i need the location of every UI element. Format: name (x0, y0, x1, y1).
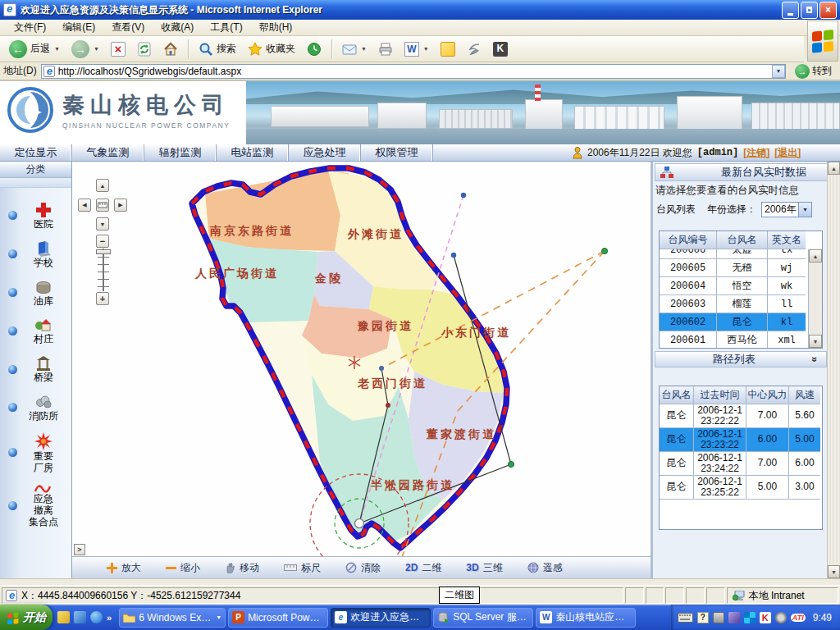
address-input[interactable] (58, 66, 769, 77)
tab-emergency-handle[interactable]: 应急处理 (289, 144, 361, 161)
sidebar-item-oil-depot[interactable]: 油库 (0, 278, 71, 308)
tool-3d[interactable]: 3D 三维 (466, 561, 502, 575)
scroll-up-button[interactable]: ▲ (828, 162, 840, 175)
edit-word-button[interactable]: W ▼ (400, 40, 433, 58)
discuss-button[interactable] (463, 40, 486, 58)
mail-button[interactable]: ▼ (338, 40, 371, 58)
print-button[interactable] (374, 40, 397, 58)
table-scrollbar[interactable]: ▲ ▼ (808, 249, 822, 348)
kaspersky-button[interactable]: K (489, 40, 512, 58)
history-button[interactable] (303, 40, 326, 58)
server-tray-icon[interactable] (713, 612, 724, 623)
tab-location-display[interactable]: 定位显示 (0, 144, 72, 161)
taskbar-button-sqlserver[interactable]: SQL Server 服务... (433, 608, 533, 628)
logout-link[interactable]: [注销] (743, 146, 769, 160)
tool-pan[interactable]: 移动 (225, 561, 259, 575)
sidebar-item-village[interactable]: 村庄 (0, 316, 71, 345)
table-row[interactable]: 200605无稽wj (660, 259, 806, 277)
tool-remote-sensing[interactable]: 遥感 (527, 561, 563, 575)
zoom-in-button[interactable]: + (96, 292, 109, 305)
taskbar-button-word[interactable]: W 秦山核电站应急... (536, 608, 636, 628)
maximize-button[interactable] (801, 2, 818, 19)
menu-view[interactable]: 查看(V) (104, 19, 152, 36)
tool-zoom-out[interactable]: 缩小 (166, 561, 200, 575)
pan-left-button[interactable]: ◀ (78, 199, 91, 212)
taskbar-button-powerpoint[interactable]: P Microsoft PowerP... (228, 608, 328, 628)
year-select[interactable]: 2006年 ▼ (761, 202, 812, 217)
exit-link[interactable]: [退出] (774, 146, 801, 160)
network-tray-icon[interactable] (728, 612, 740, 623)
scroll-up-button[interactable]: ▲ (809, 249, 822, 262)
map-mode-tab[interactable]: 二维图 (439, 587, 480, 604)
stop-button[interactable]: × (107, 40, 130, 58)
show-desktop-icon[interactable] (57, 611, 70, 623)
table-row[interactable]: 昆仑2006-12-1 23:22:227.005.60 (660, 404, 820, 428)
zoom-out-button[interactable]: − (96, 235, 109, 248)
zoom-slider-thumb[interactable] (96, 249, 111, 254)
tab-radiation-monitor[interactable]: 辐射监测 (144, 144, 217, 161)
menu-tools[interactable]: 工具(T) (203, 19, 249, 36)
taskbar-button-ie-active[interactable]: e 欢迎进入应急资... (331, 608, 431, 628)
favorites-button[interactable]: 收藏夹 (244, 40, 299, 58)
tool-2d[interactable]: 2D 二维 (405, 561, 441, 575)
close-button[interactable]: × (819, 2, 837, 19)
sidebar-item-bridge[interactable]: 桥梁 (0, 354, 71, 384)
sidebar-item-important-plant[interactable]: 重要 厂房 (0, 431, 71, 474)
ati-tray-icon[interactable]: ATI (791, 614, 806, 622)
search-button[interactable]: 搜索 (194, 40, 240, 58)
table-row[interactable]: 200603榴莲ll (660, 295, 806, 313)
ruler-mode-button[interactable] (96, 199, 109, 212)
help-tray-icon[interactable]: ? (697, 612, 709, 623)
refresh-button[interactable] (133, 40, 156, 58)
quick-launch-more-icon[interactable]: » (107, 613, 112, 623)
table-row[interactable]: 200601西马伦xml (660, 331, 806, 348)
kaspersky-tray-icon[interactable]: K (760, 612, 771, 623)
map-panel[interactable]: 南京东路街道 外滩街道 人民广场街道 金陵 豫园街道 小东门街道 老西门街道 董… (72, 162, 651, 578)
taskbar-button-explorer-group[interactable]: 6 Windows Expl... ▼ (119, 608, 226, 628)
table-row[interactable]: 昆仑2006-12-1 23:24:227.006.00 (660, 452, 820, 476)
table-row[interactable]: 200604悟空wk (660, 277, 806, 295)
tab-weather-monitor[interactable]: 气象监测 (72, 144, 144, 161)
scroll-down-button[interactable]: ▼ (828, 565, 840, 578)
back-button[interactable]: ← 后退 ▼ (5, 39, 64, 60)
tab-permission-manage[interactable]: 权限管理 (361, 144, 433, 161)
district-map[interactable] (72, 162, 651, 556)
tool-clear[interactable]: 清除 (345, 561, 381, 575)
menu-favorites[interactable]: 收藏(A) (153, 19, 201, 36)
panel-scrollbar[interactable]: ▲ ▼ (827, 162, 840, 578)
pan-up-button[interactable]: ▲ (96, 179, 109, 192)
address-dropdown-button[interactable]: ▼ (772, 65, 785, 78)
table-row[interactable]: 昆仑2006-12-1 23:25:225.003.00 (660, 476, 820, 500)
sidebar-item-hospital[interactable]: 医院 (0, 201, 71, 231)
zoom-slider[interactable] (100, 249, 107, 291)
tab-station-monitor[interactable]: 电站监测 (217, 144, 289, 161)
sidebar-item-assembly-point[interactable]: 应急 撤离 集合点 (0, 482, 71, 527)
window-titlebar[interactable]: 欢迎进入应急资源及决策信息显示系统 - Microsoft Internet E… (0, 0, 840, 20)
start-button[interactable]: 开始 (0, 605, 52, 630)
scroll-down-button[interactable]: ▼ (809, 335, 822, 348)
home-button[interactable] (159, 40, 182, 58)
grid-tray-icon[interactable] (744, 612, 756, 623)
menu-file[interactable]: 文件(F) (7, 19, 53, 36)
pan-right-button[interactable]: ▶ (114, 199, 127, 212)
ie-quick-icon[interactable] (90, 611, 103, 623)
keyboard-icon[interactable] (678, 613, 693, 623)
tool-ruler[interactable]: 标尺 (284, 561, 321, 575)
pan-down-button[interactable]: ▼ (96, 217, 109, 231)
minimize-button[interactable] (782, 2, 799, 19)
table-row[interactable]: 200606太虚tx (660, 249, 806, 259)
outlook-icon[interactable] (74, 611, 86, 623)
tool-zoom-in[interactable]: 放大 (107, 561, 141, 575)
messenger-button[interactable] (436, 40, 459, 58)
sidebar-item-school[interactable]: 学校 (0, 240, 71, 269)
path-list-bar[interactable]: 路径列表 » (655, 351, 827, 368)
collapse-sidebar-button[interactable]: > (74, 544, 85, 555)
sidebar-item-fire-station[interactable]: 消防所 (0, 393, 71, 422)
volume-tray-icon[interactable] (775, 612, 787, 623)
menu-edit[interactable]: 编辑(E) (55, 19, 103, 36)
forward-button[interactable]: → ▼ (67, 39, 103, 60)
go-button[interactable]: → 转到 (790, 64, 837, 79)
menu-help[interactable]: 帮助(H) (252, 19, 300, 36)
table-row-selected[interactable]: 200602昆仑kl (660, 313, 806, 331)
table-row-selected[interactable]: 昆仑2006-12-1 23:23:226.005.00 (660, 428, 820, 452)
